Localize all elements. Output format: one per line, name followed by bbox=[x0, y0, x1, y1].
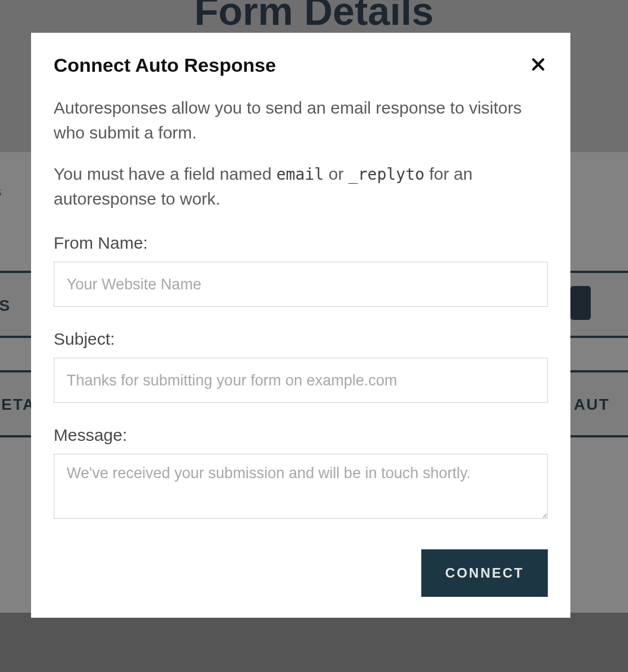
subject-field-group: Subject: bbox=[54, 330, 548, 403]
bg-label-cut: AUT bbox=[574, 396, 610, 414]
desc-code-replyto: _replyto bbox=[348, 165, 425, 184]
from-name-field-group: From Name: bbox=[54, 233, 548, 307]
close-button[interactable] bbox=[529, 55, 548, 76]
desc-text: or bbox=[324, 164, 348, 183]
modal-footer: CONNECT bbox=[54, 549, 548, 597]
connect-button[interactable]: CONNECT bbox=[421, 549, 548, 597]
message-label: Message: bbox=[54, 426, 548, 445]
subject-label: Subject: bbox=[54, 330, 548, 349]
desc-code-email: email bbox=[276, 165, 324, 184]
from-name-label: From Name: bbox=[54, 233, 548, 253]
bg-label-cut: ns bbox=[0, 183, 3, 201]
message-input[interactable] bbox=[54, 454, 548, 519]
page-title-bg: Form Details bbox=[0, 0, 628, 34]
from-name-input[interactable] bbox=[54, 262, 548, 307]
modal-description-2: You must have a field named email or _re… bbox=[54, 162, 548, 211]
modal-title: Connect Auto Response bbox=[54, 54, 276, 76]
close-icon bbox=[531, 57, 546, 73]
desc-text: You must have a field named bbox=[54, 164, 276, 183]
bg-label-cut: BETA bbox=[0, 396, 35, 414]
message-field-group: Message: bbox=[54, 426, 548, 521]
modal-header: Connect Auto Response bbox=[54, 54, 548, 76]
modal-description-1: Autoresponses allow you to send an email… bbox=[54, 96, 548, 145]
bg-footer bbox=[0, 613, 628, 672]
bg-icon-block bbox=[570, 286, 591, 320]
subject-input[interactable] bbox=[54, 358, 548, 403]
bg-label-cut: EETS bbox=[0, 297, 11, 315]
connect-auto-response-modal: Connect Auto Response Autoresponses allo… bbox=[31, 33, 570, 618]
